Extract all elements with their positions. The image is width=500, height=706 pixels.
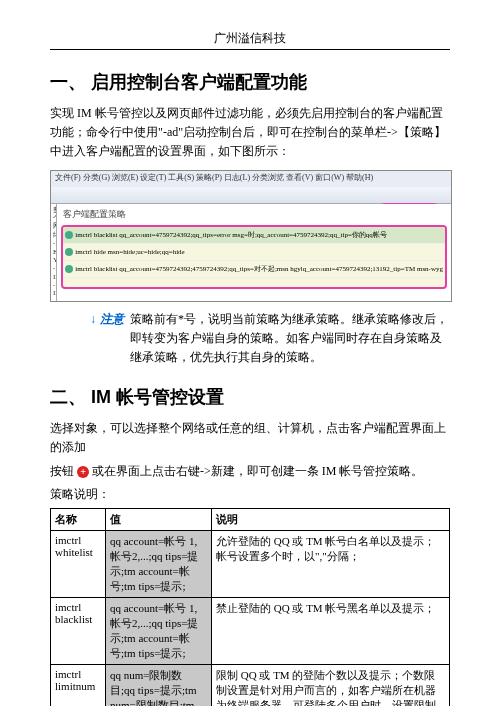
section2-para2: 按钮 + 或在界面上点击右键->新建，即可创建一条 IM 帐号管控策略。 (50, 462, 450, 481)
note-block: ↓ 注意 策略前有*号，说明当前策略为继承策略。继承策略修改后，即转变为客户端自… (90, 310, 450, 368)
content-label: 客户端配置策略 (57, 204, 451, 225)
section1-heading: 一、 启用控制台客户端配置功能 (50, 70, 450, 94)
col-name: 名称 (51, 508, 106, 530)
cell-value: qq num=限制数目;qq tips=提示;tm num=限制数目;tm ti… (105, 664, 211, 706)
table-row: imctrl whitelist qq account=帐号 1,帐号2,...… (51, 530, 450, 597)
cell-desc: 允许登陆的 QQ 或 TM 帐号白名单以及提示；帐号设置多个时，以","分隔； (212, 530, 450, 597)
cell-name: imctrl whitelist (51, 530, 106, 597)
note-text: 策略前有*号，说明当前策略为继承策略。继承策略修改后，即转变为客户端自身的策略。… (130, 310, 450, 368)
col-desc: 说明 (212, 508, 450, 530)
section1-para1: 实现 IM 帐号管控以及网页邮件过滤功能，必须先启用控制台的客户端配置功能；命令… (50, 104, 450, 162)
cell-name: imctrl blacklist (51, 597, 106, 664)
tree-item: - IDOCSE.bjs (53, 281, 54, 298)
page-header: 广州溢信科技 (50, 30, 450, 50)
section2-para1: 选择对象，可以选择整个网络或任意的组、计算机，点击客户端配置界面上的添加 (50, 419, 450, 457)
info-icon: ↓ (90, 310, 96, 368)
plus-icon: + (77, 466, 89, 478)
para2a: 按钮 (50, 464, 74, 478)
row-text: imctrl blacklist qq_account=4759724392;q… (75, 230, 387, 240)
cell-value: qq account=帐号 1,帐号2,...;qq tips=提示;tm ac… (105, 530, 211, 597)
policy-row: imctrl blacklist qq_account=4759724392;4… (63, 261, 445, 278)
note-label: 注意 (100, 310, 124, 368)
cell-value: qq account=帐号 1,帐号2,...;qq tips=提示;tm ac… (105, 597, 211, 664)
table-row: imctrl limitnum qq num=限制数目;qq tips=提示;t… (51, 664, 450, 706)
para2b: 或在界面上点击右键->新建，即可创建一条 IM 帐号管控策略。 (92, 464, 423, 478)
app-screenshot: 文件(F) 分类(G) 浏览(E) 设定(T) 工具(S) 策略(P) 日志(L… (50, 170, 452, 302)
content-panel: 客户端配置策略 imctrl blacklist qq_account=4759… (57, 204, 451, 302)
tree-item: - IDOCSE (53, 264, 54, 281)
row-text: imctrl blacklist qq_account=4759724392;4… (75, 264, 443, 274)
section2-heading: 二、 IM 帐号管控设置 (50, 385, 450, 409)
table-row: imctrl blacklist qq account=帐号 1,帐号2,...… (51, 597, 450, 664)
policy-row: imctrl hide msn=hide;uc=hide;qq=hide (63, 244, 445, 261)
row-icon (65, 265, 73, 273)
toolbar (51, 187, 451, 204)
tree-item: - EXCHANGE-YUANZI (53, 239, 54, 264)
col-value: 值 (105, 508, 211, 530)
row-icon (65, 248, 73, 256)
table-header-row: 名称 值 说明 (51, 508, 450, 530)
cell-desc: 禁止登陆的 QQ 或 TM 帐号黑名单以及提示； (212, 597, 450, 664)
label-explain: 策略说明： (50, 485, 450, 504)
cell-name: imctrl limitnum (51, 664, 106, 706)
policy-table: 名称 值 说明 imctrl whitelist qq account=帐号 1… (50, 508, 450, 706)
policy-list-highlight: imctrl blacklist qq_account=4759724392;q… (61, 225, 447, 289)
row-text: imctrl hide msn=hide;uc=hide;qq=hide (75, 248, 184, 256)
tree-item: - 2009-IDOC2641 (53, 298, 54, 302)
cell-desc: 限制 QQ 或 TM 的登陆个数以及提示；个数限制设置是针对用户而言的，如客户端… (212, 664, 450, 706)
tree-item: 整个网络 (53, 206, 54, 240)
menubar: 文件(F) 分类(G) 浏览(E) 设定(T) 工具(S) 策略(P) 日志(L… (51, 171, 451, 187)
row-icon (65, 231, 73, 239)
policy-row: imctrl blacklist qq_account=4759724392;q… (63, 227, 445, 244)
